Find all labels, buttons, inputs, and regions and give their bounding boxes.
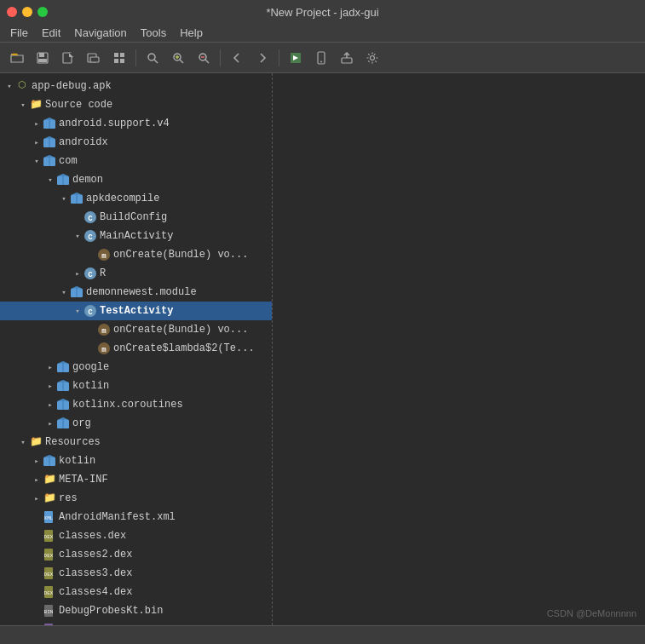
tree-item-debugprobeskt[interactable]: BINDebugProbesKt.bin: [0, 601, 272, 620]
svg-text:BIN: BIN: [44, 609, 54, 615]
tree-arrow[interactable]: ▾: [17, 99, 29, 111]
tree-arrow-placeholder: [72, 211, 84, 223]
tree-arrow[interactable]: ▾: [72, 230, 84, 242]
menu-edit[interactable]: Edit: [35, 25, 67, 41]
tree-item-r-class[interactable]: ▸CR: [0, 264, 272, 283]
tree-item-classes2-dex[interactable]: DEXclasses2.dex: [0, 545, 272, 564]
tree-label: Resources: [45, 436, 101, 448]
tree-label: resources.arsc: [59, 624, 145, 625]
tree-arrow[interactable]: ▸: [44, 417, 56, 429]
menu-file[interactable]: File: [3, 25, 35, 41]
tree-arrow[interactable]: ▸: [31, 136, 43, 148]
tree-item-kotlin[interactable]: ▸kotlin: [0, 377, 272, 395]
tree-item-demon[interactable]: ▾demon: [0, 170, 272, 189]
tree-item-oncreate-lambda[interactable]: monCreate$lambda$2(Te...: [0, 339, 272, 358]
tree-item-meta-inf[interactable]: ▸📁META-INF: [0, 470, 272, 489]
maximize-button[interactable]: [37, 7, 48, 17]
save-all-button[interactable]: [82, 46, 106, 70]
tree-label: res: [59, 492, 78, 504]
search-plus-button[interactable]: [166, 46, 190, 70]
tree-item-source-code[interactable]: ▾📁Source code: [0, 95, 272, 114]
tree-item-google[interactable]: ▸google: [0, 358, 272, 377]
tree-arrow[interactable]: ▸: [31, 118, 43, 129]
tree-item-org[interactable]: ▸org: [0, 414, 272, 433]
tree-item-resources[interactable]: ▾📁Resources: [0, 433, 272, 451]
tree-item-testactivity[interactable]: ▾CTestActivity: [0, 302, 272, 320]
tree-label: apkdecompile: [86, 193, 159, 204]
tree-arrow-placeholder: [31, 586, 43, 598]
tree-arrow[interactable]: ▸: [31, 624, 43, 625]
tree-item-oncreate-bundle2[interactable]: monCreate(Bundle) vo...: [0, 320, 272, 339]
svg-text:C: C: [88, 308, 93, 317]
tree-item-demonnewest-module[interactable]: ▾demonnewest.module: [0, 283, 272, 302]
tree-arrow[interactable]: ▾: [17, 436, 29, 448]
svg-line-16: [180, 60, 183, 63]
svg-text:m: m: [101, 327, 107, 336]
tree-item-apkdecompile[interactable]: ▾apkdecompile: [0, 189, 272, 208]
tree-arrow[interactable]: ▾: [44, 174, 56, 186]
tree-arrow-placeholder: [31, 605, 43, 617]
tree-item-mainactivity[interactable]: ▾CMainActivity: [0, 227, 272, 245]
svg-rect-12: [120, 59, 124, 63]
open-file-button[interactable]: [5, 46, 29, 70]
separator-3: [279, 49, 279, 66]
tree-arrow[interactable]: ▸: [72, 267, 84, 279]
svg-rect-8: [90, 57, 99, 62]
nav-back-button[interactable]: [225, 46, 249, 70]
tree-arrow[interactable]: ▸: [44, 380, 56, 392]
svg-rect-25: [342, 58, 352, 63]
tree-item-apk-root[interactable]: ▾⬡app-debug.apk: [0, 77, 272, 95]
tree-item-kotlin-res[interactable]: ▸kotlin: [0, 451, 272, 470]
tree-item-androidx[interactable]: ▸androidx: [0, 133, 272, 152]
tree-arrow[interactable]: ▸: [31, 492, 43, 504]
tree-arrow[interactable]: ▾: [58, 286, 70, 298]
tree-item-classes3-dex[interactable]: DEXclasses3.dex: [0, 564, 272, 583]
save-button[interactable]: [31, 46, 55, 70]
tree-item-buildconfig[interactable]: CBuildConfig: [0, 208, 272, 227]
svg-text:m: m: [101, 252, 107, 261]
menu-navigation[interactable]: Navigation: [67, 25, 133, 41]
tree-arrow[interactable]: ▸: [31, 455, 43, 467]
settings-button[interactable]: [360, 46, 384, 70]
tree-arrow[interactable]: ▾: [31, 155, 43, 167]
tree-item-classes-dex[interactable]: DEXclasses.dex: [0, 526, 272, 545]
main-area: ▾⬡app-debug.apk▾📁Source code▸android.sup…: [0, 73, 645, 625]
tree-arrow[interactable]: ▾: [72, 305, 84, 317]
svg-line-14: [154, 60, 158, 63]
tree-panel[interactable]: ▾⬡app-debug.apk▾📁Source code▸android.sup…: [0, 73, 273, 625]
tree-arrow[interactable]: ▾: [3, 80, 15, 92]
minimize-button[interactable]: [22, 7, 32, 17]
device-button[interactable]: [309, 46, 333, 70]
tree-item-res[interactable]: ▸📁res: [0, 489, 272, 508]
tree-item-oncreate-bundle[interactable]: monCreate(Bundle) vo...: [0, 245, 272, 264]
tree-item-resources-arsc[interactable]: ▸resresources.arsc: [0, 620, 272, 625]
svg-rect-11: [114, 59, 118, 63]
tree-item-kotlinx-coroutines[interactable]: ▸kotlinx.coroutines: [0, 395, 272, 414]
menu-help[interactable]: Help: [173, 25, 210, 41]
menu-tools[interactable]: Tools: [134, 25, 173, 41]
tree-label: kotlin: [59, 455, 95, 467]
tree-item-android-support[interactable]: ▸android.support.v4: [0, 114, 272, 133]
search-text-button[interactable]: [192, 46, 216, 70]
grid-button[interactable]: [107, 46, 131, 70]
watermark: CSDN @DeMonnnnn: [547, 608, 636, 618]
svg-text:DEX: DEX: [44, 553, 54, 559]
tree-arrow[interactable]: ▸: [44, 399, 56, 411]
tree-item-androidmanifest[interactable]: XMLAndroidManifest.xml: [0, 508, 272, 526]
tree-arrow[interactable]: ▸: [44, 361, 56, 373]
nav-forward-button[interactable]: [251, 46, 274, 70]
tree-arrow[interactable]: ▾: [58, 193, 70, 204]
export-button[interactable]: [335, 46, 359, 70]
tree-label: onCreate(Bundle) vo...: [113, 249, 248, 261]
search-button[interactable]: [141, 46, 164, 70]
decompile-button[interactable]: [284, 46, 308, 70]
separator-2: [220, 49, 221, 66]
svg-line-20: [205, 60, 209, 63]
close-tab-button[interactable]: [56, 46, 80, 70]
tree-label: kotlin: [72, 380, 109, 392]
tree-item-classes4-dex[interactable]: DEXclasses4.dex: [0, 583, 272, 601]
tree-label: TestActivity: [100, 305, 173, 317]
close-button[interactable]: [7, 7, 17, 17]
tree-arrow[interactable]: ▸: [31, 474, 43, 486]
tree-item-com[interactable]: ▾com: [0, 152, 272, 170]
